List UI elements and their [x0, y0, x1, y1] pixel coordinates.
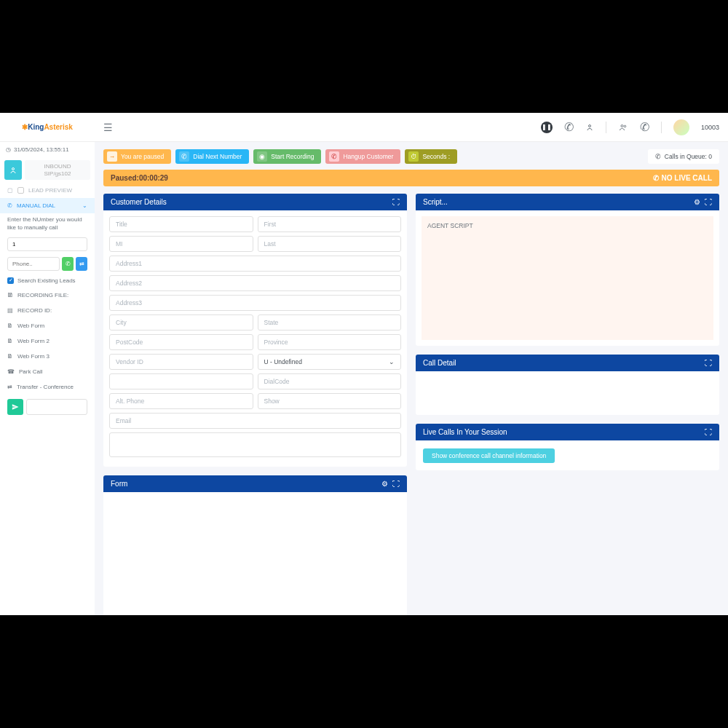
vendor-input[interactable]: Vendor ID [109, 354, 253, 370]
mi-input[interactable]: MI [109, 236, 253, 252]
group-icon[interactable] [618, 123, 628, 132]
search-leads-row[interactable]: ✓ Search Existing Leads [0, 274, 95, 288]
sidebar-webform2[interactable]: 🗎Web Form 2 [0, 333, 95, 349]
sidebar-lead-preview[interactable]: ▢ LEAD PREVIEW [0, 183, 95, 198]
send-button[interactable] [7, 399, 23, 415]
gear-icon[interactable]: ⚙ [694, 198, 700, 206]
status-left: Paused:00:00:29 [111, 174, 168, 182]
expand-icon[interactable]: ⛶ [705, 198, 712, 206]
call-in-icon[interactable]: ✆ [640, 120, 649, 134]
sidebar-transfer[interactable]: ⇄Transfer - Conference [0, 379, 95, 395]
checkbox-icon[interactable] [17, 187, 24, 194]
address3-input[interactable]: Address3 [109, 295, 401, 311]
panel-title: Call Detail [423, 359, 456, 367]
checkbox-checked-icon[interactable]: ✓ [7, 277, 14, 284]
avatar[interactable] [673, 119, 689, 135]
hangup-button[interactable]: ✆Hangup Customer [325, 149, 400, 164]
park-icon: ☎ [7, 368, 15, 375]
script-panel: Script... ⚙⛶ AGENT SCRIPT [416, 194, 719, 346]
customer-details-panel: Customer Details ⛶ Title First MI Last [103, 194, 407, 467]
email-input[interactable]: Email [109, 413, 401, 429]
show-conference-button[interactable]: Show conference call channel information [423, 448, 555, 463]
first-input[interactable]: First [258, 216, 402, 232]
pause-icon[interactable]: ❚❚ [541, 122, 553, 133]
chevron-down-icon: ⌄ [82, 202, 87, 209]
datetime: ◷ 31/05/2024, 13:55:11 [0, 142, 95, 157]
address2-input[interactable]: Address2 [109, 275, 401, 291]
action-row: →You are paused ✆Dial Next Number ◉Start… [103, 149, 719, 164]
call-detail-panel: Call Detail ⛶ [416, 355, 719, 415]
dial-button[interactable]: ✆ [62, 257, 74, 271]
clock-icon: ◷ [6, 146, 11, 153]
sidebar-webform3[interactable]: 🗎Web Form 3 [0, 349, 95, 364]
datetime-text: 31/05/2024, 13:55:11 [14, 146, 69, 153]
svg-point-3 [624, 125, 626, 127]
panel-title: Form [111, 480, 127, 488]
manual-hint: Enter the NUmber you would like to manua… [0, 213, 95, 234]
phone-input[interactable] [7, 257, 60, 271]
gender-select[interactable]: U - Undefined⌄ [258, 354, 402, 370]
address1-input[interactable]: Address1 [109, 256, 401, 272]
expand-icon[interactable]: ⛶ [392, 480, 400, 488]
form-icon: 🗎 [7, 323, 13, 329]
agent-icon [4, 160, 22, 180]
send-box[interactable] [26, 399, 87, 415]
topbar: ☰ ❚❚ ✆ ✆ 10003 [95, 113, 728, 142]
paused-button[interactable]: →You are paused [103, 149, 171, 164]
expand-icon[interactable]: ⛶ [705, 428, 712, 436]
id-icon: ▤ [7, 307, 13, 314]
blank-input[interactable] [109, 373, 253, 389]
main: ☰ ❚❚ ✆ ✆ 10003 →You are paused ✆Dia [95, 113, 728, 615]
search-leads-label: Search Existing Leads [17, 277, 76, 284]
sidebar: ✱KingAsterisk ◷ 31/05/2024, 13:55:11 INB… [0, 113, 95, 615]
title-input[interactable]: Title [109, 216, 253, 232]
transfer-icon: ⇄ [7, 384, 12, 390]
notes-textarea[interactable] [109, 432, 401, 457]
logo-asterisk: Asterisk [44, 123, 72, 131]
svg-point-2 [621, 124, 623, 127]
live-calls-panel: Live Calls In Your Session ⛶ Show confer… [416, 424, 719, 470]
panel-title: Script... [423, 198, 448, 206]
app-window: ✱KingAsterisk ◷ 31/05/2024, 13:55:11 INB… [0, 113, 728, 615]
panel-title: Customer Details [111, 198, 167, 206]
start-recording-button[interactable]: ◉Start Recording [253, 149, 321, 164]
sidebar-manual-dial[interactable]: ✆ MANUAL DIAL ⌄ [0, 198, 95, 213]
chevron-down-icon: ⌄ [389, 358, 395, 365]
user-id: 10003 [701, 124, 719, 131]
gear-icon[interactable]: ⚙ [381, 480, 388, 488]
show-input[interactable]: Show [258, 393, 402, 409]
status-bar: Paused:00:00:29 ✆ NO LIVE CALL [103, 170, 719, 186]
last-input[interactable]: Last [258, 236, 402, 252]
state-input[interactable]: State [258, 314, 402, 331]
postcode-input[interactable]: PostCode [109, 334, 253, 350]
user-icon[interactable] [585, 123, 594, 132]
phone-icon: ✆ [655, 153, 661, 160]
altphone-input[interactable]: Alt. Phone [109, 393, 253, 409]
status-right: ✆ NO LIVE CALL [653, 174, 712, 182]
sidebar-record-id[interactable]: ▤RECORD ID: [0, 303, 95, 318]
lead-preview-label: LEAD PREVIEW [28, 187, 72, 194]
dialcode-input[interactable]: DialCode [258, 373, 402, 389]
expand-icon[interactable]: ⛶ [705, 359, 712, 367]
queue-badge: ✆Calls in Queue: 0 [648, 149, 719, 164]
svg-point-0 [12, 167, 15, 170]
manual-number-input[interactable] [7, 237, 87, 251]
city-input[interactable]: City [109, 314, 253, 331]
phone-icon[interactable]: ✆ [564, 120, 574, 134]
transfer-button[interactable]: ⇄ [76, 257, 87, 271]
file-icon: 🖹 [7, 292, 13, 298]
script-content: AGENT SCRIPT [422, 216, 713, 340]
expand-icon[interactable]: ⛶ [392, 198, 400, 206]
form-icon: 🗎 [7, 353, 13, 360]
province-input[interactable]: Province [258, 334, 402, 350]
sidebar-recording-file[interactable]: 🖹RECORDING FILE: [0, 288, 95, 303]
seconds-button[interactable]: ⏱Seconds : [405, 149, 457, 164]
logo-king: King [28, 123, 44, 131]
form-icon: 🗎 [7, 338, 13, 344]
sidebar-webform1[interactable]: 🗎Web Form [0, 318, 95, 333]
dial-next-button[interactable]: ✆Dial Next Number [175, 149, 249, 164]
svg-point-1 [588, 124, 590, 127]
menu-icon[interactable]: ☰ [103, 122, 113, 133]
sidebar-park-call[interactable]: ☎Park Call [0, 364, 95, 379]
phone-icon: ✆ [7, 202, 12, 209]
